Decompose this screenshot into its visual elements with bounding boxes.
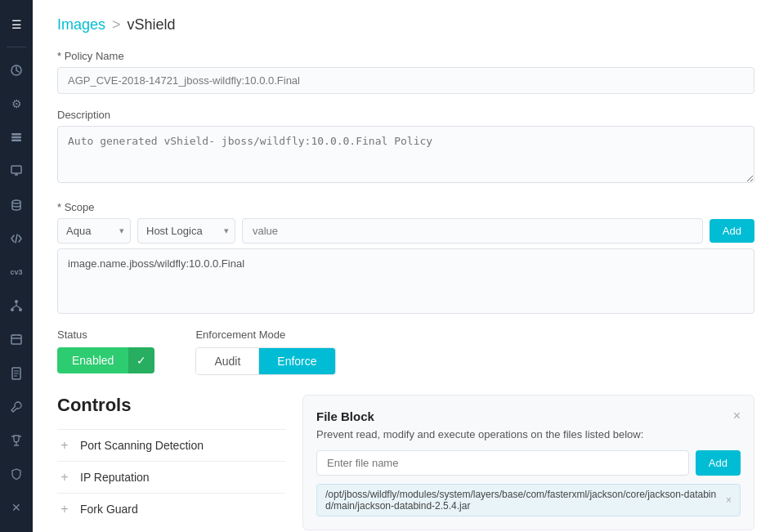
breadcrumb-current: vShield [128, 16, 176, 34]
description-group: Description [57, 109, 754, 186]
svg-rect-2 [11, 136, 21, 139]
menu-icon[interactable]: ☰ [2, 10, 31, 38]
policy-name-input[interactable] [57, 67, 754, 94]
controls-title: Controls [57, 395, 286, 416]
scope-group: * Scope Aqua Host Logica Add image.name.… [57, 201, 754, 314]
breadcrumb-separator: > [112, 16, 121, 34]
svg-rect-1 [11, 133, 21, 136]
trophy-icon[interactable] [2, 426, 31, 454]
enabled-check-icon: ✓ [128, 347, 154, 373]
svg-rect-4 [11, 166, 21, 173]
file-add-button[interactable]: Add [696, 450, 741, 476]
audit-button[interactable]: Audit [196, 348, 259, 374]
control-item-port-scanning[interactable]: + Port Scanning Detection [57, 429, 286, 461]
sidebar-divider [7, 47, 26, 47]
description-label: Description [57, 109, 754, 121]
file-block-panel: File Block × Prevent read, modify and ex… [302, 395, 754, 530]
scope-add-button[interactable]: Add [710, 219, 754, 243]
file-block-header: File Block × [316, 409, 741, 423]
scope-type-select[interactable]: Aqua [57, 218, 131, 244]
main-content: Images > vShield * Policy Name Descripti… [33, 0, 779, 532]
nodes-icon[interactable] [2, 292, 31, 320]
status-label: Status [57, 329, 154, 341]
settings-icon[interactable]: ⚙ [2, 89, 31, 118]
code-icon[interactable] [2, 224, 31, 253]
policy-name-group: * Policy Name [57, 50, 754, 94]
policy-name-label: * Policy Name [57, 50, 754, 62]
enforcement-label: Enforcement Mode [195, 329, 335, 341]
svg-point-5 [12, 200, 20, 203]
enabled-button[interactable]: Enabled ✓ [57, 347, 154, 373]
plus-icon-port-scanning: + [57, 438, 72, 453]
scope-filter-select[interactable]: Host Logica [137, 218, 235, 244]
breadcrumb: Images > vShield [57, 16, 754, 34]
svg-rect-9 [11, 335, 21, 344]
svg-point-6 [15, 300, 18, 303]
sidebar: ☰ ⚙ cv3 ✕ [0, 0, 33, 532]
enabled-label: Enabled [57, 347, 128, 373]
controls-panel: Controls + Port Scanning Detection + IP … [57, 395, 286, 530]
file-tag: /opt/jboss/wildfly/modules/system/layers… [316, 484, 741, 516]
calendar-icon[interactable] [2, 325, 31, 354]
tools-icon[interactable] [2, 392, 31, 421]
status-group: Status Enabled ✓ [57, 329, 154, 373]
control-label-port-scanning: Port Scanning Detection [80, 439, 204, 452]
breadcrumb-parent[interactable]: Images [57, 16, 105, 34]
svg-point-8 [19, 308, 22, 311]
control-label-ip-reputation: IP Reputation [80, 471, 150, 484]
file-name-input[interactable] [316, 450, 689, 476]
enforce-button[interactable]: Enforce [259, 348, 334, 374]
description-textarea[interactable] [57, 126, 754, 183]
file-tag-container: /opt/jboss/wildfly/modules/system/layers… [316, 484, 741, 516]
wrench-icon[interactable]: ✕ [2, 494, 31, 522]
scope-label: * Scope [57, 201, 754, 213]
control-label-fork-guard: Fork Guard [80, 503, 138, 516]
cve-icon[interactable]: cv3 [2, 257, 31, 286]
bottom-section: Controls + Port Scanning Detection + IP … [57, 395, 754, 530]
control-item-ip-reputation[interactable]: + IP Reputation [57, 461, 286, 493]
plus-icon-fork-guard: + [57, 502, 72, 516]
shield-icon[interactable] [2, 460, 31, 489]
status-enforcement-row: Status Enabled ✓ Enforcement Mode Audit … [57, 329, 754, 375]
enforcement-buttons: Audit Enforce [195, 347, 335, 375]
scope-row: Aqua Host Logica Add [57, 218, 754, 244]
scope-type-wrapper: Aqua [57, 218, 131, 244]
file-tag-close-icon[interactable]: × [726, 494, 732, 506]
file-block-close-button[interactable]: × [733, 409, 741, 423]
control-item-fork-guard[interactable]: + Fork Guard [57, 493, 286, 525]
layers-icon[interactable] [2, 123, 31, 152]
policy-icon[interactable] [2, 359, 31, 387]
plus-icon-ip-reputation: + [57, 470, 72, 485]
scope-value-text: image.name.jboss/wildfly:10.0.0.Final [68, 257, 244, 270]
file-block-title: File Block [316, 409, 374, 423]
scope-value-input[interactable] [242, 218, 703, 244]
database-icon[interactable] [2, 190, 31, 219]
file-block-description: Prevent read, modify and execute operati… [316, 428, 741, 440]
svg-rect-3 [11, 140, 21, 142]
dashboard-icon[interactable] [2, 56, 31, 84]
monitor-icon[interactable] [2, 157, 31, 186]
file-tag-text: /opt/jboss/wildfly/modules/system/layers… [325, 489, 721, 512]
svg-point-7 [11, 308, 14, 311]
file-input-row: Add [316, 450, 741, 476]
scope-filter-wrapper: Host Logica [137, 218, 235, 244]
scope-value-box: image.name.jboss/wildfly:10.0.0.Final [57, 248, 754, 314]
enforcement-group: Enforcement Mode Audit Enforce [195, 329, 335, 375]
